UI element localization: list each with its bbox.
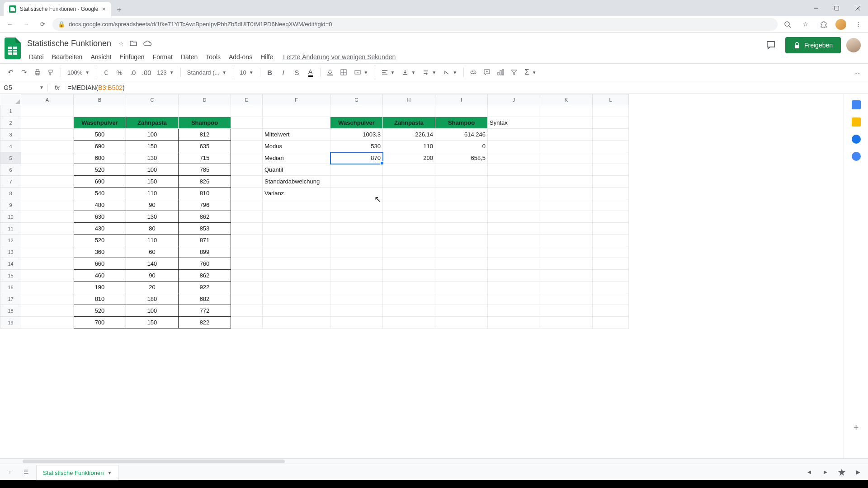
cell[interactable] <box>593 246 629 258</box>
stats-label[interactable]: Standardabweichung <box>263 176 330 188</box>
data-cell[interactable]: 690 <box>74 141 126 152</box>
cell[interactable] <box>435 258 488 270</box>
data-cell[interactable]: 822 <box>179 317 231 328</box>
cell[interactable] <box>540 199 593 211</box>
cell[interactable] <box>593 258 629 270</box>
row-head-19[interactable]: 19 <box>0 317 21 328</box>
cell[interactable] <box>383 164 435 176</box>
cell[interactable] <box>231 317 263 328</box>
calendar-icon[interactable] <box>852 100 861 109</box>
wrap-button[interactable]: ▼ <box>420 69 439 75</box>
extensions-icon[interactable] <box>817 18 830 31</box>
chart-button[interactable] <box>495 66 506 78</box>
zoom-select[interactable]: 100%▼ <box>65 69 92 76</box>
stats-label[interactable]: Varianz <box>263 188 330 199</box>
data-cell[interactable]: 871 <box>179 235 231 246</box>
data-cell[interactable]: 785 <box>179 164 231 176</box>
data-cell[interactable]: 500 <box>74 129 126 141</box>
cell[interactable] <box>540 141 593 152</box>
data-cell[interactable]: 100 <box>126 129 179 141</box>
cell[interactable] <box>540 188 593 199</box>
col-head-A[interactable]: A <box>21 94 74 105</box>
all-sheets-button[interactable]: ☰ <box>20 466 33 479</box>
stats-value[interactable]: 530 <box>330 141 383 152</box>
rotate-button[interactable]: ▼ <box>441 69 460 75</box>
col-head-H[interactable]: H <box>383 94 435 105</box>
cell[interactable] <box>383 246 435 258</box>
percent-button[interactable]: % <box>113 66 125 78</box>
cell[interactable] <box>435 164 488 176</box>
cell[interactable] <box>21 188 74 199</box>
redo-button[interactable]: ↷ <box>18 66 30 78</box>
cell[interactable] <box>21 270 74 282</box>
cell[interactable] <box>540 317 593 328</box>
cell[interactable] <box>231 258 263 270</box>
stats-value[interactable]: 1003,3 <box>330 129 383 141</box>
row-head-4[interactable]: 4 <box>0 141 21 152</box>
bold-button[interactable]: B <box>264 66 276 78</box>
scroll-right-button[interactable]: ► <box>819 466 832 479</box>
cell[interactable] <box>383 199 435 211</box>
cell[interactable] <box>74 105 126 117</box>
cell[interactable] <box>231 293 263 305</box>
increase-decimal-button[interactable]: .00 <box>141 66 152 78</box>
cell[interactable] <box>263 270 330 282</box>
data-cell[interactable]: 772 <box>179 305 231 317</box>
cell[interactable] <box>593 211 629 223</box>
row-head-5[interactable]: 5 <box>0 152 21 164</box>
menu-einfuegen[interactable]: Einfügen <box>116 52 148 62</box>
cell[interactable] <box>231 211 263 223</box>
comment-button[interactable] <box>481 66 493 78</box>
cell[interactable] <box>383 317 435 328</box>
cell[interactable] <box>231 282 263 293</box>
data-cell[interactable]: 682 <box>179 293 231 305</box>
cell[interactable] <box>435 317 488 328</box>
data-cell[interactable]: 540 <box>74 188 126 199</box>
cell[interactable] <box>263 246 330 258</box>
cell[interactable] <box>330 235 383 246</box>
col-head-G[interactable]: G <box>330 94 383 105</box>
data-cell[interactable]: 862 <box>179 270 231 282</box>
cell[interactable] <box>540 164 593 176</box>
cell[interactable] <box>231 176 263 188</box>
cell[interactable] <box>21 164 74 176</box>
cell[interactable] <box>231 199 263 211</box>
cell[interactable] <box>488 105 540 117</box>
data-cell[interactable]: 899 <box>179 246 231 258</box>
data-header[interactable]: Waschpulver <box>74 117 126 129</box>
menu-daten[interactable]: Daten <box>177 52 201 62</box>
data-cell[interactable]: 90 <box>126 270 179 282</box>
data-cell[interactable]: 140 <box>126 258 179 270</box>
cell[interactable] <box>540 211 593 223</box>
data-cell[interactable]: 796 <box>179 199 231 211</box>
cell[interactable] <box>540 117 593 129</box>
merge-button[interactable]: ▼ <box>351 69 371 76</box>
data-cell[interactable]: 100 <box>126 164 179 176</box>
cell[interactable] <box>488 129 540 141</box>
cell[interactable] <box>540 223 593 235</box>
cell[interactable] <box>231 235 263 246</box>
cell[interactable] <box>231 223 263 235</box>
row-head-1[interactable]: 1 <box>0 105 21 117</box>
select-all-corner[interactable] <box>0 94 21 105</box>
cell[interactable] <box>231 117 263 129</box>
stats-value[interactable]: 614,246 <box>435 129 488 141</box>
data-cell[interactable]: 20 <box>126 282 179 293</box>
data-cell[interactable]: 922 <box>179 282 231 293</box>
col-head-B[interactable]: B <box>74 94 126 105</box>
cell[interactable] <box>231 141 263 152</box>
cell[interactable] <box>540 152 593 164</box>
stats-label[interactable]: Modus <box>263 141 330 152</box>
cell[interactable] <box>126 105 179 117</box>
menu-hilfe[interactable]: Hilfe <box>257 52 277 62</box>
explore-button[interactable] <box>835 466 848 479</box>
data-cell[interactable]: 480 <box>74 199 126 211</box>
chrome-menu-icon[interactable]: ⋮ <box>852 18 864 31</box>
stats-header[interactable]: Waschpulver <box>330 117 383 129</box>
new-tab-button[interactable]: + <box>113 4 126 16</box>
cell[interactable] <box>593 317 629 328</box>
cell[interactable] <box>330 164 383 176</box>
data-cell[interactable]: 430 <box>74 223 126 235</box>
col-head-K[interactable]: K <box>540 94 593 105</box>
undo-button[interactable]: ↶ <box>5 66 16 78</box>
